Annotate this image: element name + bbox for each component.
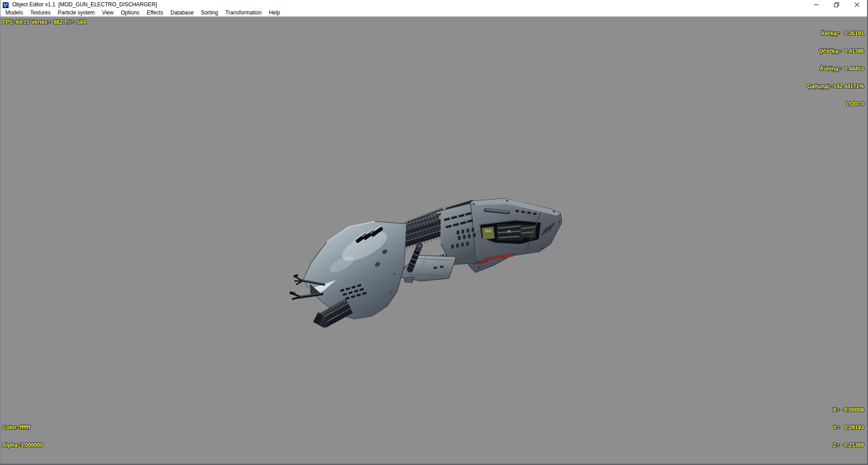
close-button[interactable] bbox=[847, 0, 867, 9]
minimize-button[interactable] bbox=[806, 0, 826, 9]
stat-length: Äėčķą= 1.35191 bbox=[807, 31, 864, 37]
stat-z: Z= -0.21369 bbox=[833, 442, 864, 448]
app-window: Object Editor v1.1 [MOD_GUN_ELECTRO_DISC… bbox=[0, 0, 868, 465]
gun-model-render bbox=[0, 17, 867, 464]
stat-y: Y= 0.29193 bbox=[833, 425, 864, 431]
menu-item-particle-system[interactable]: Particle system bbox=[54, 9, 98, 16]
close-icon bbox=[854, 2, 859, 7]
restore-button[interactable] bbox=[826, 0, 847, 9]
menu-item-transformation[interactable]: Transformation bbox=[222, 9, 265, 16]
menu-item-view[interactable]: View bbox=[98, 9, 117, 16]
stat-width: Ųčščķą= 0.41386 bbox=[807, 48, 864, 54]
window-title: Object Editor v1.1 [MOD_GUN_ELECTRO_DISC… bbox=[12, 0, 157, 9]
menu-item-help[interactable]: Help bbox=[265, 9, 284, 16]
stat-alpha: Alpha=1.000000 bbox=[2, 442, 43, 448]
app-icon bbox=[3, 2, 9, 8]
window-controls bbox=[806, 0, 867, 9]
menu-item-textures[interactable]: Textures bbox=[27, 9, 54, 16]
stat-scale: Ģąńųņąį= 142.44171% bbox=[807, 84, 864, 89]
viewport-3d[interactable]: FPS=64.15 Vertex= 882 Tri= 584 Äėčķą= 1.… bbox=[0, 17, 867, 464]
stats-position-block: X= -0.00008 Y= 0.29193 Z= -0.21369 bbox=[833, 395, 864, 460]
restore-icon bbox=[834, 2, 839, 7]
menu-item-sorting[interactable]: Sorting bbox=[197, 9, 222, 16]
stat-color: Color=ffffff bbox=[2, 425, 43, 431]
menu-item-database[interactable]: Database bbox=[167, 9, 197, 16]
stat-height: Āūńīņą= 0.44453 bbox=[807, 66, 864, 72]
stats-fps-vertex-tri: FPS=64.15 Vertex= 882 Tri= 584 bbox=[2, 19, 86, 25]
stats-color-alpha-block: Color=ffffff Alpha=1.000000 bbox=[2, 413, 43, 460]
menu-item-options[interactable]: Options bbox=[117, 9, 143, 16]
stat-x: X= -0.00008 bbox=[833, 407, 864, 413]
titlebar[interactable]: Object Editor v1.1 [MOD_GUN_ELECTRO_DISC… bbox=[0, 0, 867, 9]
menu-item-effects[interactable]: Effects bbox=[143, 9, 167, 16]
minimize-icon bbox=[814, 2, 819, 7]
stat-lod: LOD=0 bbox=[807, 101, 864, 107]
menubar: Models Textures Particle system View Opt… bbox=[0, 9, 867, 16]
menu-item-models[interactable]: Models bbox=[2, 9, 27, 16]
stats-dimensions-block: Äėčķą= 1.35191 Ųčščķą= 0.41386 Āūńīņą= 0… bbox=[807, 19, 864, 119]
